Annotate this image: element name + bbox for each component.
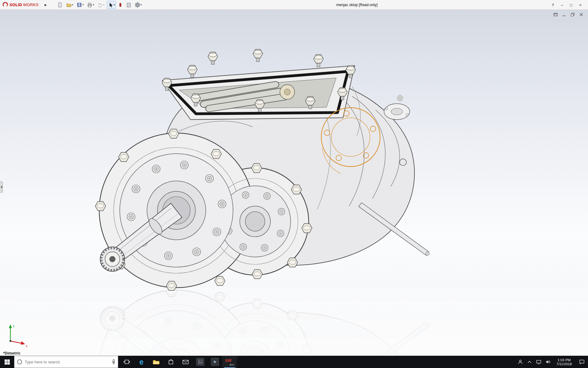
maximize-button[interactable]: □ [567, 3, 576, 7]
gearbox-model[interactable] [0, 10, 588, 356]
store-bag-icon [168, 359, 174, 365]
chevron-up-icon [527, 360, 532, 363]
dark-app-button-2[interactable] [208, 356, 222, 368]
caret-icon: ▾ [93, 3, 94, 6]
volume-icon [545, 360, 551, 364]
task-view-button[interactable] [119, 356, 134, 368]
mail-envelope-icon [183, 360, 189, 364]
graphics-area[interactable]: y x *Dimetric [0, 10, 588, 356]
open-document-button[interactable]: ▾ [65, 1, 74, 9]
feature-panel-collapse-tab[interactable] [0, 182, 3, 193]
file-explorer-button[interactable] [149, 356, 164, 368]
red-pill-icon [118, 2, 123, 8]
sw-badge-year: 2017 [229, 364, 234, 366]
caret-icon: ▾ [103, 3, 104, 6]
gearbox-assembly[interactable] [95, 49, 429, 290]
menu-flyout-arrow-icon[interactable]: ▶ [43, 3, 48, 6]
edge-icon: e [139, 358, 144, 366]
close-window-button[interactable] [579, 12, 584, 17]
store-button[interactable] [164, 356, 178, 368]
select-arrow-button[interactable]: ▾ [107, 1, 116, 9]
save-button[interactable]: ▾ [76, 1, 85, 9]
help-button[interactable]: ? [548, 3, 557, 7]
document-window-controls [553, 12, 584, 17]
minimize-window-button[interactable] [562, 12, 567, 17]
minimize-button[interactable]: – [557, 3, 567, 7]
people-button[interactable] [516, 356, 525, 368]
sw-badge-text: SW [225, 358, 232, 363]
titlebar: SOLIDWORKS ▶ ▾ ▾ ▾ [0, 0, 588, 10]
file-properties-icon [126, 2, 131, 8]
edge-button[interactable]: e [134, 356, 149, 368]
select-cursor-icon [108, 2, 113, 8]
caret-icon: ▾ [72, 3, 73, 6]
open-folder-icon [66, 2, 72, 8]
caret-icon: ▾ [82, 3, 84, 6]
dark-app-icon-2 [211, 358, 219, 366]
view-orientation-label: *Dimetric [3, 351, 21, 355]
window-controls: ? – □ × [548, 0, 585, 10]
action-center-button[interactable] [576, 356, 588, 368]
hidden-icons-button[interactable] [525, 356, 534, 368]
brand-works: WORKS [23, 2, 39, 7]
caret-icon: ▾ [141, 3, 142, 6]
print-icon [87, 2, 92, 8]
triad-y-label: y [13, 324, 15, 328]
volume-button[interactable] [543, 356, 552, 368]
action-center-icon [579, 359, 585, 364]
undo-icon [97, 2, 103, 8]
print-button[interactable]: ▾ [86, 1, 95, 9]
start-button[interactable] [0, 356, 14, 368]
restore-pane-button[interactable] [553, 12, 558, 17]
cortana-circle-icon [17, 359, 22, 365]
quick-access-toolbar: ▾ ▾ ▾ ▾ ▾ [56, 1, 143, 9]
caret-icon: ▾ [114, 3, 115, 6]
save-floppy-icon [77, 2, 82, 8]
undo-button[interactable]: ▾ [96, 1, 105, 9]
network-button[interactable] [534, 356, 543, 368]
taskbar-search-box[interactable] [14, 356, 118, 368]
ds-logo-icon [2, 2, 9, 8]
clock-date: 7/11/2018 [552, 362, 576, 366]
task-view-icon [123, 359, 130, 365]
system-tray: 1:03 PM 7/11/2018 [516, 356, 588, 368]
red-tool-button[interactable] [117, 1, 123, 9]
document-title: menjac sklop [Read-only] [336, 3, 378, 7]
new-document-button[interactable] [56, 1, 64, 9]
taskbar-search-input[interactable] [25, 360, 109, 364]
taskbar-apps: e [119, 356, 237, 368]
dark-app-icon-1 [196, 358, 204, 366]
clock-time: 1:03 PM [552, 358, 576, 362]
new-document-icon [57, 2, 63, 8]
mail-button[interactable] [178, 356, 193, 368]
windows-logo-icon [5, 359, 10, 365]
settings-gear-icon [135, 2, 140, 8]
taskbar-clock[interactable]: 1:03 PM 7/11/2018 [552, 358, 576, 366]
microphone-icon[interactable] [112, 359, 115, 365]
solidworks-logo: SOLIDWORKS [2, 2, 39, 8]
restore-window-button[interactable] [570, 12, 575, 17]
file-properties-button[interactable] [125, 1, 132, 9]
orientation-triad: y x [5, 322, 32, 348]
solidworks-app-icon: SW 2017 [225, 358, 235, 366]
people-icon [518, 359, 523, 364]
close-button[interactable]: × [576, 3, 585, 7]
triad-x-label: x [26, 344, 28, 348]
solidworks-taskbar-button[interactable]: SW 2017 [222, 356, 237, 368]
network-icon [536, 360, 541, 364]
brand-solid: SOLID [9, 2, 22, 7]
file-explorer-icon [153, 359, 160, 365]
dark-app-button-1[interactable] [193, 356, 208, 368]
windows-taskbar: e [0, 356, 588, 368]
options-gear-button[interactable]: ▾ [134, 1, 143, 9]
